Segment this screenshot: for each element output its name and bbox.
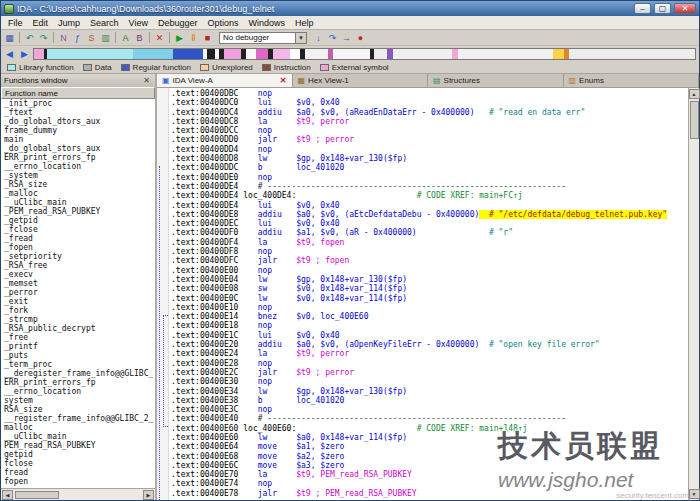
jump-back-icon[interactable]: ↶ <box>23 32 36 44</box>
disasm-line[interactable]: .text:00400E34 lw $gp, 0x148+var_130($fp… <box>171 387 688 396</box>
disasm-line[interactable]: .text:00400E6C move $a3, $zero <box>171 461 688 470</box>
search-text-icon[interactable]: A <box>119 32 132 44</box>
function-item[interactable]: PEM_read_RSA_PUBKEY <box>1 441 155 450</box>
function-item[interactable]: _RSA_size <box>1 180 155 189</box>
function-item[interactable]: _perror <box>1 288 155 297</box>
function-item[interactable]: _free <box>1 333 155 342</box>
disasm-line[interactable]: .text:00400DE0 nop <box>171 173 688 182</box>
close-button[interactable]: ✕ <box>674 3 696 14</box>
menu-debugger[interactable]: Debugger <box>153 18 203 28</box>
segments-icon[interactable]: ▥ <box>99 32 112 44</box>
disasm-line[interactable]: .text:00400E38 b loc_401020 <box>171 396 688 405</box>
disasm-line[interactable]: .text:00400E0C lw $v0, 0x148+var_114($fp… <box>171 294 688 303</box>
scroll-up-icon[interactable]: ▲ <box>689 89 700 99</box>
disasm-line[interactable]: .text:00400DEC lui $v0, 0x40 <box>171 219 688 228</box>
function-item[interactable]: _puts <box>1 351 155 360</box>
search-binary-icon[interactable]: B <box>133 32 146 44</box>
navband-segment[interactable] <box>133 49 173 59</box>
disasm-line[interactable]: .text:00400E30 nop <box>171 377 688 386</box>
maximize-button[interactable]: ▢ <box>654 3 671 14</box>
navband-segment[interactable] <box>207 49 215 59</box>
close-tab-icon[interactable]: ✕ <box>280 76 287 85</box>
scroll-down-icon[interactable]: ▼ <box>689 489 700 499</box>
disasm-line[interactable]: .text:00400DD0 jalr $t9 ; perror <box>171 135 688 144</box>
disasm-line[interactable]: .text:00400E68 move $a2, $zero <box>171 452 688 461</box>
navband-segment[interactable] <box>333 49 369 59</box>
function-item[interactable]: _init_proc <box>1 99 155 108</box>
disasm-line[interactable]: .text:00400E78 jalr $t9 ; PEM_read_RSA_P… <box>171 489 688 498</box>
disasm-line[interactable]: .text:00400E74 nop <box>171 479 688 488</box>
disasm-line[interactable]: .text:00400DE8 addiu $a0, $v0, (aEtcDefd… <box>171 210 688 219</box>
function-item[interactable]: _exit <box>1 297 155 306</box>
functions-hscrollbar[interactable]: ◀ ▶ <box>1 488 155 500</box>
function-item[interactable]: _term_proc <box>1 360 155 369</box>
navband-segment[interactable] <box>47 49 133 59</box>
function-item[interactable]: getpid <box>1 450 155 459</box>
navband-segment[interactable] <box>569 49 695 59</box>
disasm-line[interactable]: .text:00400E08 sw $v0, 0x148+var_114($fp… <box>171 284 688 293</box>
function-item[interactable]: system <box>1 396 155 405</box>
disasm-line[interactable]: .text:00400DC8 la $t9, perror <box>171 117 688 126</box>
function-item[interactable]: _printf <box>1 342 155 351</box>
disasm-line[interactable]: .text:00400E40 # -----------------------… <box>171 414 688 423</box>
band-prev-icon[interactable]: ◀ <box>3 48 16 60</box>
function-item[interactable]: _strcmp <box>1 315 155 324</box>
function-item[interactable]: __uClibc_main <box>1 432 155 441</box>
function-item[interactable]: fread <box>1 468 155 477</box>
menu-jump[interactable]: Jump <box>53 18 85 28</box>
menu-file[interactable]: File <box>3 18 28 28</box>
close-icon[interactable]: ✕ <box>141 76 152 85</box>
navband-segment[interactable] <box>34 49 44 59</box>
tab-ida-view-a[interactable]: ▣IDA View-A✕ <box>157 74 293 87</box>
navband-segment[interactable] <box>374 49 387 59</box>
function-item[interactable]: _do_global_stors_aux <box>1 144 155 153</box>
disasm-line[interactable]: .text:00400DFC jalr $t9 ; fopen <box>171 256 688 265</box>
function-item[interactable]: _setpriority <box>1 252 155 261</box>
disasm-line[interactable]: .text:00400DE4 lui $v0, 0x40 <box>171 201 688 210</box>
menu-search[interactable]: Search <box>85 18 124 28</box>
hscrollbar-thumb[interactable] <box>15 491 59 499</box>
disasm-line[interactable]: .text:00400DC4 addiu $a0, $v0, (aReadEnD… <box>171 108 688 117</box>
disasm-line[interactable]: .text:00400DBC nop <box>171 89 688 98</box>
function-item[interactable]: _fclose <box>1 225 155 234</box>
function-item[interactable]: __deregister_frame_info@@GLIBC_ <box>1 369 155 378</box>
disasm-line[interactable]: .text:00400E64 move $a1, $zero <box>171 442 688 451</box>
vscrollbar-thumb[interactable] <box>690 101 699 139</box>
menu-edit[interactable]: Edit <box>28 18 54 28</box>
function-item[interactable]: _memset <box>1 279 155 288</box>
function-item[interactable]: frame_dummy <box>1 126 155 135</box>
disasm-line[interactable]: .text:00400DF0 addiu $a1, $v0, (aR - 0x4… <box>171 228 688 237</box>
navband-segment[interactable] <box>305 49 328 59</box>
function-item[interactable]: malloc <box>1 423 155 432</box>
disassembly-vscrollbar[interactable]: ▲ ▼ <box>688 88 699 500</box>
navband-segment[interactable] <box>290 49 300 59</box>
function-item[interactable]: __errno_location <box>1 162 155 171</box>
disasm-line[interactable]: .text:00400E28 nop <box>171 359 688 368</box>
function-item[interactable]: _fopen <box>1 243 155 252</box>
menu-view[interactable]: View <box>124 18 153 28</box>
function-item[interactable]: _system <box>1 171 155 180</box>
disasm-line[interactable]: .text:00400E10 nop <box>171 303 688 312</box>
navband-segment[interactable] <box>224 49 241 59</box>
disasm-line[interactable]: .text:00400E60 lw $a0, 0x148+var_114($fp… <box>171 433 688 442</box>
navband-segment[interactable] <box>256 49 268 59</box>
navigation-band[interactable] <box>33 48 696 60</box>
disasm-line[interactable]: .text:00400E2C jalr $t9 ; perror <box>171 368 688 377</box>
function-item[interactable]: _RSA_public_decrypt <box>1 324 155 333</box>
menu-windows[interactable]: Windows <box>244 18 291 28</box>
disasm-line[interactable]: .text:00400DE4 loc_400DE4: # CODE XREF: … <box>171 191 688 200</box>
disasm-line[interactable]: .text:00400E20 addiu $a0, $v0, (aOpenKey… <box>171 340 688 349</box>
disasm-line[interactable]: .text:00400E04 lw $gp, 0x148+var_130($fp… <box>171 275 688 284</box>
disasm-line[interactable]: .text:00400E14 bnez $v0, loc_400E60 <box>171 312 688 321</box>
disasm-line[interactable]: .text:00400E24 la $t9, perror <box>171 349 688 358</box>
names-window-icon[interactable]: N <box>57 32 70 44</box>
stop-icon[interactable]: ■ <box>201 32 214 44</box>
disasm-line[interactable]: .text:00400DF4 la $t9, fopen <box>171 238 688 247</box>
tab-enums[interactable]: ▥Enums <box>564 74 700 87</box>
function-item[interactable]: ERR_print_errors_fp <box>1 153 155 162</box>
function-item[interactable]: RSA_size <box>1 405 155 414</box>
function-item[interactable]: ERR_print_errors_fp <box>1 378 155 387</box>
cancel-icon[interactable]: ✕ <box>153 32 166 44</box>
scroll-right-icon[interactable]: ▶ <box>143 490 154 500</box>
navband-segment[interactable] <box>553 49 564 59</box>
